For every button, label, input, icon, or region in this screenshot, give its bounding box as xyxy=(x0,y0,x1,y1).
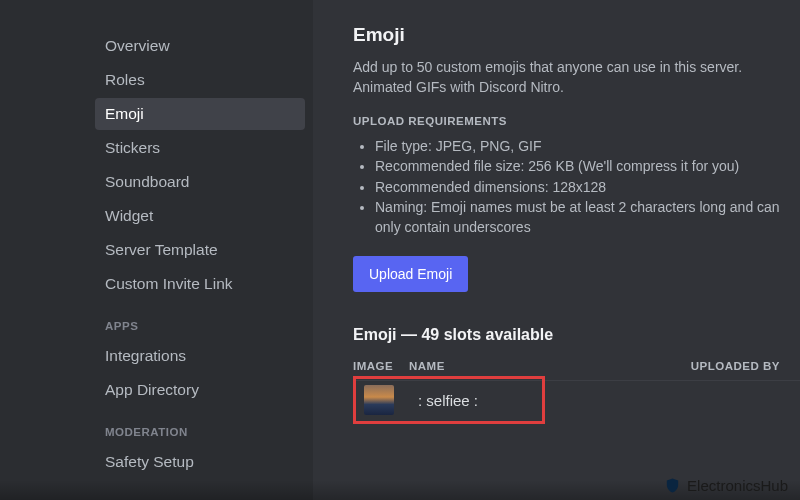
page-description: Add up to 50 custom emojis that anyone c… xyxy=(353,58,800,97)
watermark-text: ElectronicsHub xyxy=(687,477,788,494)
emoji-thumbnail xyxy=(364,385,394,415)
requirement-item: Recommended file size: 256 KB (We'll com… xyxy=(375,156,800,176)
emoji-slots-title: Emoji — 49 slots available xyxy=(353,326,800,344)
sidebar-item-widget[interactable]: Widget xyxy=(95,200,305,232)
sidebar-item-stickers[interactable]: Stickers xyxy=(95,132,305,164)
column-uploaded-by: UPLOADED BY xyxy=(680,360,800,372)
settings-sidebar: Overview Roles Emoji Stickers Soundboard… xyxy=(95,0,313,500)
requirement-item: Naming: Emoji names must be at least 2 c… xyxy=(375,197,800,238)
sidebar-item-safety-setup[interactable]: Safety Setup xyxy=(95,446,305,478)
content-panel: Emoji Add up to 50 custom emojis that an… xyxy=(313,0,800,500)
emoji-name[interactable]: : selfiee : xyxy=(418,392,478,409)
emoji-table-header: IMAGE NAME UPLOADED BY xyxy=(353,360,800,372)
sidebar-item-soundboard[interactable]: Soundboard xyxy=(95,166,305,198)
upload-requirements-list: File type: JPEG, PNG, GIF Recommended fi… xyxy=(353,136,800,237)
upload-emoji-button[interactable]: Upload Emoji xyxy=(353,256,468,292)
page-title: Emoji xyxy=(353,24,800,46)
sidebar-item-roles[interactable]: Roles xyxy=(95,64,305,96)
requirement-item: Recommended dimensions: 128x128 xyxy=(375,177,800,197)
emoji-row[interactable]: : selfiee : xyxy=(353,380,800,424)
highlight-annotation: : selfiee : xyxy=(353,376,545,424)
sidebar-section-moderation: MODERATION xyxy=(95,408,313,444)
sidebar-item-custom-invite-link[interactable]: Custom Invite Link xyxy=(95,268,305,300)
sidebar-item-overview[interactable]: Overview xyxy=(95,30,305,62)
sidebar-item-integrations[interactable]: Integrations xyxy=(95,340,305,372)
column-image: IMAGE xyxy=(353,360,409,372)
requirement-item: File type: JPEG, PNG, GIF xyxy=(375,136,800,156)
sidebar-item-emoji[interactable]: Emoji xyxy=(95,98,305,130)
shield-icon xyxy=(664,477,681,494)
watermark: ElectronicsHub xyxy=(664,477,788,494)
sidebar-item-app-directory[interactable]: App Directory xyxy=(95,374,305,406)
sidebar-section-apps: APPS xyxy=(95,302,313,338)
column-name: NAME xyxy=(409,360,680,372)
upload-requirements-header: UPLOAD REQUIREMENTS xyxy=(353,115,800,127)
sidebar-item-server-template[interactable]: Server Template xyxy=(95,234,305,266)
